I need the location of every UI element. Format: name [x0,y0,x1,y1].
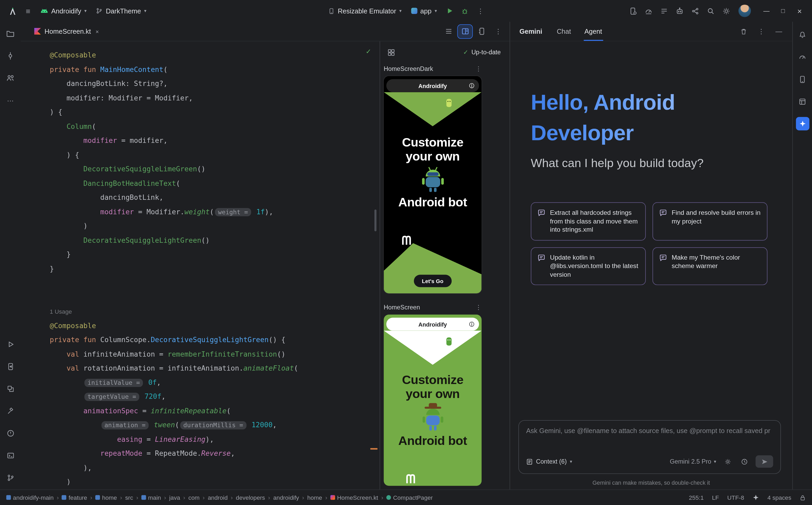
breadcrumb-item[interactable]: androidify [273,494,299,501]
chat-bubble-icon [659,254,667,262]
decorative-triangle [384,92,482,126]
suggestion-card[interactable]: Make my Theme's color scheme warmer [653,247,768,285]
ai-agent-icon[interactable] [672,4,687,18]
more-tool-windows-icon[interactable]: ⋯ [3,94,18,107]
history-icon[interactable] [739,455,749,468]
window-minimize-icon[interactable]: — [759,4,774,18]
gemini-settings-icon[interactable] [722,455,732,468]
code-line: Column( [49,119,379,133]
run-button[interactable] [442,4,457,18]
breadcrumb-item[interactable]: developers [236,494,265,501]
split-view-icon[interactable] [458,24,472,38]
vcs-branch-selector[interactable]: DarkTheme▾ [92,4,151,17]
chevron-down-icon: ▾ [399,8,401,13]
breadcrumb-item[interactable]: feature [62,494,87,501]
breadcrumb-separator: › [381,494,383,501]
gemini-input-box[interactable]: Context (6) ▾ Gemini 2.5 Pro ▾ [518,420,781,474]
notifications-bell-icon[interactable] [795,28,810,41]
debug-button[interactable] [458,4,472,18]
suggestion-card[interactable]: Update kotlin in @libs.version.toml to t… [531,247,646,285]
ai-status-icon[interactable] [752,494,759,501]
more-actions-icon[interactable]: ⋮ [473,4,488,18]
inspections-ok-icon[interactable]: ✓ [366,48,371,55]
breadcrumb-item[interactable]: com [188,494,200,501]
module-icon [141,495,146,500]
indent-setting[interactable]: 4 spaces [768,494,791,501]
breadcrumb-item[interactable]: androidify-main [6,494,54,501]
device-manager-icon[interactable] [625,4,640,18]
breadcrumb-separator: › [164,494,166,501]
running-devices-tool-icon[interactable] [3,359,18,373]
design-view-icon[interactable] [474,24,489,38]
suggestion-text: Find and resolve build errors in my proj… [672,208,761,226]
editor-tab-homescreen[interactable]: HomeScreen.kt × [30,22,103,41]
share-graph-icon[interactable] [688,4,702,18]
gemini-input[interactable] [526,427,773,435]
search-icon[interactable] [703,4,718,18]
run-tool-icon[interactable] [3,337,18,351]
context-selector[interactable]: Context (6) ▾ [526,458,572,465]
suggestion-card[interactable]: Extract all hardcoded strings from this … [531,202,646,240]
dependencies-tool-icon[interactable] [3,382,18,395]
model-selector[interactable]: Gemini 2.5 Pro ▾ [670,458,716,465]
code-editor[interactable]: @Composableprivate fun MainHomeContent( … [21,41,380,489]
pull-requests-tool-icon[interactable] [3,71,18,85]
preview-homescreen-dark[interactable]: Androidify ⓘ Customize your own [384,76,482,293]
version-control-tool-icon[interactable] [3,471,18,484]
bug-icon [461,7,469,15]
phone-icon [328,7,335,15]
breadcrumb-item[interactable]: HomeScreen.kt [330,494,378,501]
hide-panel-icon[interactable]: — [772,24,786,38]
preview-homescreen-light[interactable]: Androidify ⓘ Customize your own [384,315,482,486]
gallery-view-icon[interactable] [384,46,398,59]
window-maximize-icon[interactable]: □ [776,4,790,18]
delete-conversation-icon[interactable] [736,24,751,38]
editor-scrollbar[interactable] [374,209,376,231]
preview-more-icon[interactable]: ⋮ [475,65,482,72]
terminal-tool-icon[interactable] [3,449,18,462]
gemini-tool-icon[interactable] [796,117,809,131]
logcat-icon[interactable] [657,4,671,18]
breadcrumb-item[interactable]: home [307,494,322,501]
window-close-icon[interactable]: × [792,4,807,18]
code-line: repeatMode = RepeatMode.Reverse, [49,447,379,461]
device-manager-tool-icon[interactable] [795,72,810,86]
gemini-more-icon[interactable]: ⋮ [754,24,769,38]
breadcrumb-item[interactable]: main [141,494,161,501]
suggestion-card[interactable]: Find and resolve build errors in my proj… [653,202,768,240]
code-line: dancingBotLink: String?, [49,77,379,91]
caret-position[interactable]: 255:1 [689,494,704,501]
project-selector[interactable]: Androidify▾ [36,4,91,17]
breadcrumb-item[interactable]: android [208,494,228,501]
play-icon [446,7,453,14]
settings-gear-icon[interactable] [719,4,733,18]
breadcrumb-item[interactable]: CompactPager [386,494,433,501]
line-separator[interactable]: LF [712,494,719,501]
code-line: animationSpec = infiniteRepeatable( [49,404,379,418]
code-line [49,276,379,290]
editor-more-icon[interactable]: ⋮ [491,24,505,38]
commit-tool-icon[interactable] [3,49,18,62]
file-encoding[interactable]: UTF-8 [727,494,744,501]
run-configuration-selector[interactable]: app▾ [407,4,441,17]
profiler-icon[interactable] [641,4,656,18]
code-view-icon[interactable] [441,24,456,38]
device-selector[interactable]: Resizable Emulator▾ [324,4,406,17]
lock-icon[interactable] [800,494,806,501]
profiler-tool-icon[interactable] [795,50,810,63]
build-tool-icon[interactable] [3,404,18,417]
layout-inspector-tool-icon[interactable] [795,95,810,108]
tab-chat[interactable]: Chat [556,22,572,41]
problems-tool-icon[interactable] [3,427,18,440]
project-tool-icon[interactable] [3,27,18,40]
breadcrumb-item[interactable]: src [125,494,133,501]
breadcrumb-item[interactable]: java [169,494,180,501]
lets-go-button[interactable]: Let's Go [414,275,452,287]
tab-close-icon[interactable]: × [96,28,99,34]
tab-agent[interactable]: Agent [583,22,603,41]
main-menu-icon[interactable]: ≡ [21,4,35,18]
preview-more-icon[interactable]: ⋮ [475,304,482,311]
breadcrumb-item[interactable]: home [95,494,117,501]
send-button[interactable] [756,455,773,468]
user-avatar[interactable] [738,5,751,17]
